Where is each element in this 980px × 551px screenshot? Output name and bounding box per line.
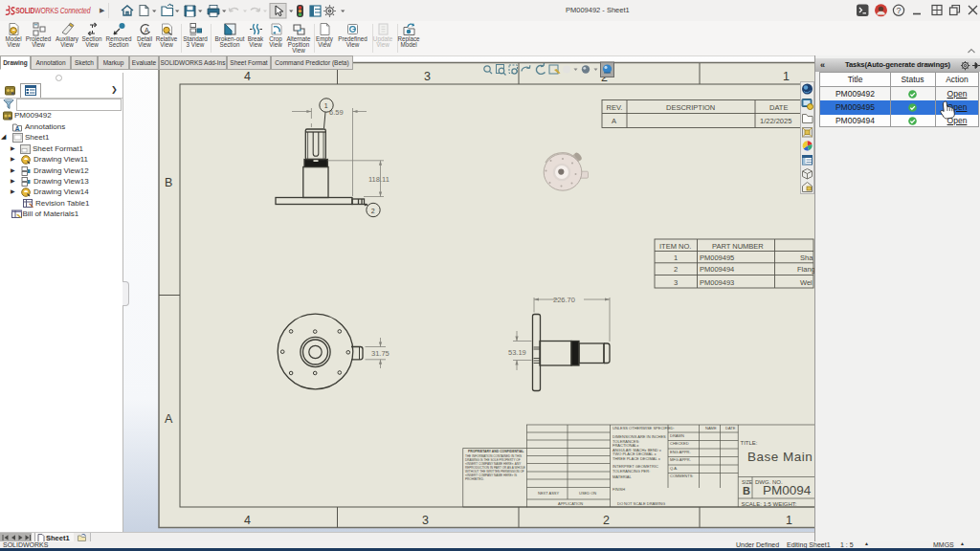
- svg-text:3: 3: [424, 70, 431, 83]
- svg-text:1: 1: [786, 514, 792, 527]
- svg-text:Q.A.: Q.A.: [670, 466, 678, 471]
- svg-text:?: ?: [897, 6, 902, 15]
- svg-text:B: B: [165, 176, 172, 189]
- svg-text:1: 1: [324, 102, 328, 109]
- svg-text:MATERIAL: MATERIAL: [612, 474, 632, 479]
- svg-text:118.11: 118.11: [368, 175, 390, 184]
- svg-text:DRAWN: DRAWN: [670, 433, 684, 438]
- svg-text:53.19: 53.19: [508, 348, 526, 357]
- svg-text:2: 2: [674, 265, 678, 274]
- svg-text:CHECKED: CHECKED: [670, 441, 689, 446]
- svg-text:ITEM NO.: ITEM NO.: [659, 242, 691, 251]
- svg-text:PM009495: PM009495: [700, 253, 734, 262]
- svg-text:1: 1: [674, 253, 678, 262]
- svg-text:1: 1: [783, 70, 790, 83]
- svg-text:TOLERANCING PER:: TOLERANCING PER:: [612, 469, 650, 474]
- svg-text:UNLESS OTHERWISE SPECIFIED:: UNLESS OTHERWISE SPECIFIED:: [612, 426, 675, 430]
- svg-text:3: 3: [422, 514, 429, 527]
- svg-text:A: A: [612, 117, 616, 125]
- svg-text:ENG APPR.: ENG APPR.: [670, 450, 691, 454]
- svg-text:PROHIBITED.: PROHIBITED.: [465, 477, 484, 481]
- svg-text:A: A: [15, 124, 20, 131]
- svg-text:TITLE:: TITLE:: [741, 440, 758, 446]
- svg-text:Wel: Wel: [800, 278, 813, 287]
- svg-text:DESCRIPTION: DESCRIPTION: [666, 103, 715, 112]
- svg-text:PM0094: PM0094: [763, 483, 812, 497]
- svg-text:PART NUMBER: PART NUMBER: [712, 242, 764, 251]
- svg-text:2: 2: [371, 208, 375, 214]
- svg-text:USED ON: USED ON: [579, 491, 596, 496]
- svg-text:DO NOT SCALE DRAWING: DO NOT SCALE DRAWING: [617, 501, 665, 506]
- svg-text:1/22/2025: 1/22/2025: [760, 117, 791, 125]
- svg-text:MFG APPR.: MFG APPR.: [670, 457, 691, 462]
- svg-text:COMMENTS:: COMMENTS:: [670, 474, 693, 478]
- svg-text:SCALE: 1:5 WEIGHT:: SCALE: 1:5 WEIGHT:: [742, 501, 797, 507]
- svg-text:Sha: Sha: [800, 253, 813, 262]
- svg-text:DATE: DATE: [725, 426, 736, 430]
- svg-text:PROPRIETARY AND CONFIDENTIAL: PROPRIETARY AND CONFIDENTIAL: [468, 450, 523, 453]
- svg-text:A: A: [165, 412, 173, 426]
- svg-text:REV.: REV.: [607, 103, 623, 112]
- svg-text:PM009494: PM009494: [700, 265, 734, 274]
- svg-text:NAME: NAME: [705, 426, 717, 430]
- svg-text:3: 3: [674, 278, 678, 287]
- svg-text:NEXT ASSY: NEXT ASSY: [538, 491, 559, 496]
- svg-text:31.75: 31.75: [371, 349, 390, 358]
- svg-text:4: 4: [244, 70, 251, 83]
- svg-text:Flang: Flang: [797, 265, 814, 274]
- svg-text:SIZE: SIZE: [742, 479, 753, 485]
- svg-text:Base Main: Base Main: [747, 450, 813, 464]
- svg-text:4: 4: [244, 514, 251, 527]
- svg-text:B: B: [743, 485, 750, 496]
- svg-text:APPLICATION: APPLICATION: [558, 501, 583, 506]
- svg-text:PM009493: PM009493: [700, 278, 734, 287]
- svg-text:226.70: 226.70: [553, 296, 575, 304]
- svg-text:2: 2: [603, 514, 610, 527]
- svg-text:THREE PLACE DECIMAL ±: THREE PLACE DECIMAL ±: [612, 456, 661, 461]
- svg-text:FINISH: FINISH: [612, 487, 625, 492]
- svg-text:DATE: DATE: [769, 103, 788, 112]
